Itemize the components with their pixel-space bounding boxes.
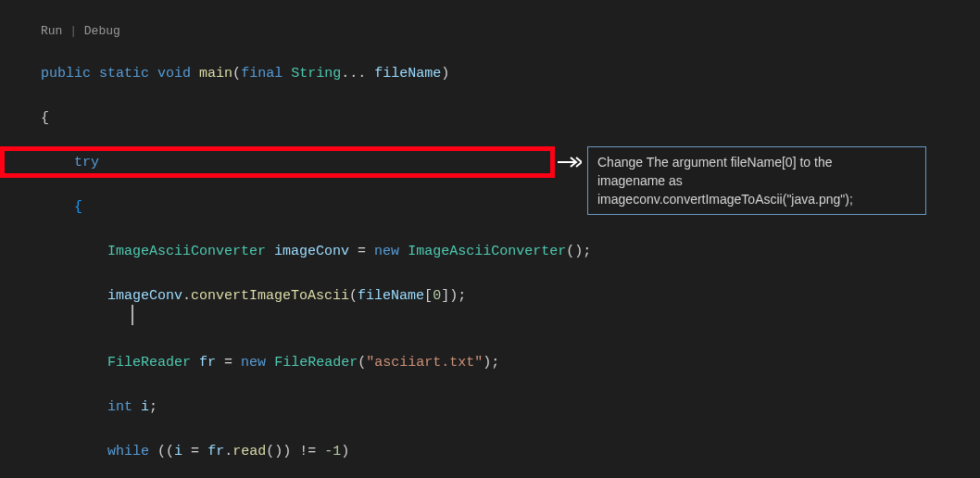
tooltip-line: imageconv.convertImageToAscii("java.png"… xyxy=(597,190,916,208)
code-line[interactable]: while ((i = fr.read()) != -1) xyxy=(41,441,980,463)
code-line[interactable]: { xyxy=(41,107,980,130)
tooltip-line: Change The argument fileName[0] to the xyxy=(597,153,916,171)
tooltip-line: imagename as xyxy=(597,171,916,190)
codelens-separator: | xyxy=(62,24,83,38)
code-line[interactable]: public static void main(final String... … xyxy=(41,63,980,85)
code-line[interactable]: FileReader fr = new FileReader("asciiart… xyxy=(41,352,980,374)
text-cursor xyxy=(132,305,133,325)
code-line[interactable]: int i; xyxy=(41,396,980,419)
code-line-highlighted[interactable]: imageConv.convertImageToAscii(fileName[0… xyxy=(41,285,980,308)
code-editor[interactable]: Run | Debug public static void main(fina… xyxy=(0,0,980,478)
code-line[interactable]: ImageAsciiConverter imageConv = new Imag… xyxy=(41,241,980,263)
codelens[interactable]: Run | Debug xyxy=(41,22,980,41)
annotation-tooltip: Change The argument fileName[0] to the i… xyxy=(587,146,926,215)
codelens-debug[interactable]: Debug xyxy=(84,24,120,38)
codelens-run[interactable]: Run xyxy=(41,24,62,38)
